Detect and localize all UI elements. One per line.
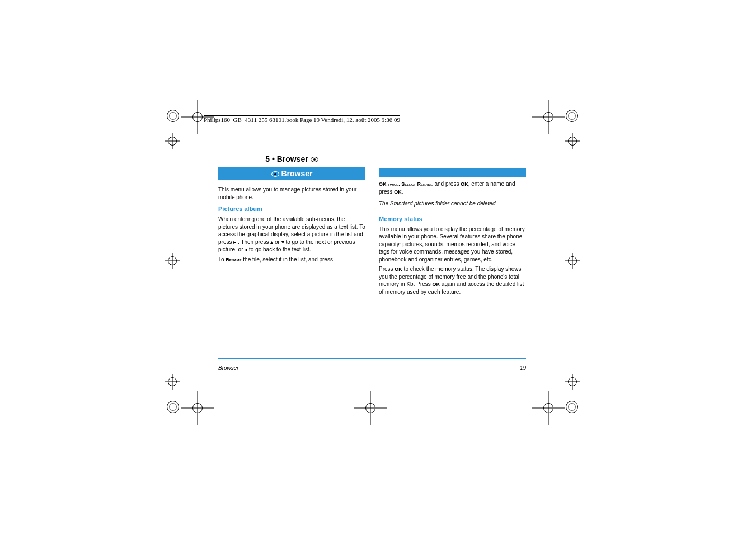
footer-section: Browser <box>218 365 239 371</box>
eye-icon <box>311 157 318 162</box>
registration-mark <box>568 377 577 386</box>
print-wheel-mark <box>167 110 179 122</box>
right-intro: OK twice. Select Rename and press OK, en… <box>379 180 526 195</box>
left-arrow-icon: ◂ <box>245 246 247 252</box>
registration-mark <box>365 403 375 413</box>
footer-row: Browser 19 <box>218 365 526 371</box>
footer-rule <box>218 358 526 359</box>
ok-label: OK <box>461 181 468 187</box>
rename-body: To Rename the file, select it in the lis… <box>218 256 365 264</box>
footer-page-number: 19 <box>520 365 526 371</box>
chapter-number: 5 • Browser <box>265 154 308 163</box>
right-arrow-icon: ▸ <box>233 239 236 245</box>
print-wheel-mark <box>167 401 179 413</box>
body-span: or <box>275 239 281 245</box>
ok-label: OK <box>433 282 440 287</box>
section-heading-pictures: Pictures album <box>218 205 365 213</box>
note-span: The Standard pictures folder cannot be d… <box>379 200 497 207</box>
registration-mark <box>168 377 177 386</box>
registration-mark <box>543 403 553 413</box>
registration-mark <box>192 112 203 122</box>
rename-label: Rename <box>417 181 433 187</box>
memory-body-2: Press OK to check the memory status. The… <box>379 265 526 296</box>
header-file-info: Philips160_GB_4311 255 63101.book Page 1… <box>204 115 400 123</box>
page-content: 5 • Browser Browser This menu allows you… <box>218 154 526 296</box>
body-span: . Then press <box>238 239 270 245</box>
ok-label: OK <box>395 266 402 272</box>
body-span: OK twice. Select <box>379 181 417 187</box>
rename-label: Rename <box>226 257 241 263</box>
registration-mark <box>168 256 177 265</box>
crop-line <box>185 358 185 392</box>
registration-mark <box>568 137 577 146</box>
chapter-title-bar: Browser <box>218 167 365 180</box>
body-span: the file, select it in the list, and pre… <box>242 256 333 263</box>
body-span: . <box>402 189 403 195</box>
crop-line <box>561 358 561 392</box>
registration-mark <box>192 403 203 413</box>
right-column: . OK twice. Select Rename and press OK, … <box>379 154 526 296</box>
intro-text: This menu allows you to manage pictures … <box>218 186 365 201</box>
registration-mark <box>168 137 177 146</box>
right-top-bar <box>379 168 526 177</box>
eye-icon <box>271 171 279 177</box>
body-span: and press <box>433 181 461 187</box>
body-span: to go back to the text list. <box>249 246 311 252</box>
up-arrow-icon: ▴ <box>270 239 273 245</box>
note-text: The Standard pictures folder cannot be d… <box>379 200 526 208</box>
left-column: 5 • Browser Browser This menu allows you… <box>218 154 365 296</box>
print-wheel-mark <box>566 110 578 122</box>
section-heading-memory: Memory status <box>379 216 526 223</box>
registration-mark <box>543 112 553 122</box>
chapter-title: Browser <box>281 169 312 178</box>
body-span: To <box>218 256 226 263</box>
memory-body: This menu allows you to display the perc… <box>379 226 526 264</box>
pictures-body: When entering one of the available sub-m… <box>218 216 365 254</box>
print-wheel-mark <box>566 401 578 413</box>
body-span: Press <box>379 266 395 272</box>
chapter-number-row: 5 • Browser <box>218 154 365 163</box>
registration-mark <box>568 256 577 265</box>
ok-label: OK <box>394 189 402 195</box>
down-arrow-icon: ▾ <box>281 239 284 245</box>
